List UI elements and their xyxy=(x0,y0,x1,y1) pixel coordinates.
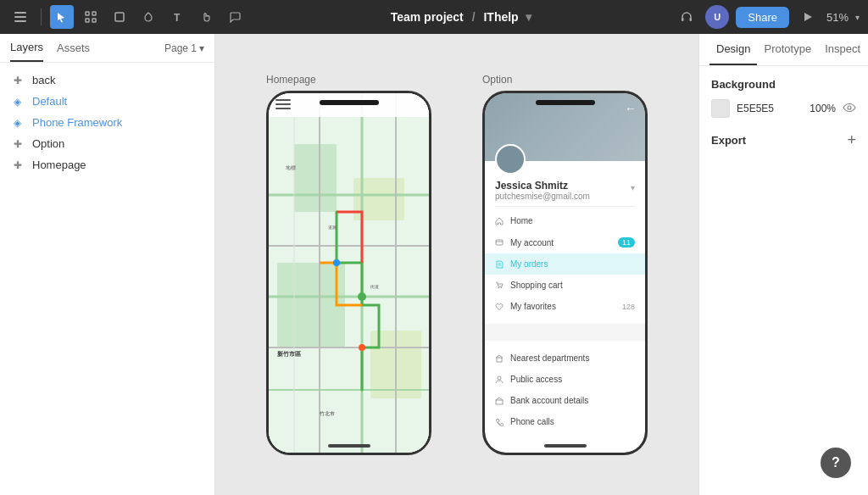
text-tool-icon[interactable]: T xyxy=(165,5,189,29)
svg-rect-13 xyxy=(294,144,337,212)
svg-point-28 xyxy=(359,344,365,351)
svg-rect-5 xyxy=(86,19,89,22)
svg-rect-1 xyxy=(14,16,26,18)
svg-point-43 xyxy=(848,106,851,109)
svg-text:街道: 街道 xyxy=(370,284,379,289)
favorites-icon xyxy=(495,303,504,311)
option-item-home[interactable]: Home xyxy=(485,210,645,231)
zoom-level[interactable]: 51% xyxy=(826,11,849,24)
export-add-button[interactable]: + xyxy=(847,131,856,149)
tab-inspect[interactable]: Inspect xyxy=(818,34,867,65)
account-icon xyxy=(495,238,504,247)
option-back-arrow[interactable]: ← xyxy=(625,102,637,115)
phone-option: ← Jessica Shmitz putchesmise@gmail.com ▾ xyxy=(482,91,648,455)
phone-notch-homepage xyxy=(320,100,379,105)
toolbar-right: U Share 51% ▾ xyxy=(675,5,860,29)
page-selector-chevron: ▾ xyxy=(199,42,204,54)
color-opacity-value[interactable]: 100% xyxy=(810,103,836,114)
phone-homepage: 地標 道路 街道 新竹市區 竹北市 xyxy=(266,91,431,455)
export-row: Export + xyxy=(711,131,856,149)
option-item-bank[interactable]: Bank account details xyxy=(485,390,645,411)
layer-item-homepage[interactable]: ✚ Homepage xyxy=(0,154,214,175)
option-item-home-label: Home xyxy=(510,216,533,225)
tab-layers[interactable]: Layers xyxy=(10,41,43,62)
zoom-dropdown-icon[interactable]: ▾ xyxy=(855,13,860,22)
svg-rect-42 xyxy=(496,400,503,404)
cross-icon-homepage: ✚ xyxy=(14,159,25,171)
option-user-dropdown-icon[interactable]: ▾ xyxy=(631,183,635,192)
shape-tool-icon[interactable] xyxy=(108,5,131,29)
option-item-departments[interactable]: Nearest departments xyxy=(485,348,645,369)
option-item-bank-label: Bank account details xyxy=(510,396,588,405)
option-menu: Home My account 11 My orders xyxy=(485,207,645,320)
hand-tool-icon[interactable] xyxy=(194,5,218,29)
menu-line-1 xyxy=(275,99,291,101)
comment-tool-icon[interactable] xyxy=(223,5,247,29)
right-panel-tabs: Design Prototype Inspect xyxy=(699,34,868,66)
svg-text:竹北市: 竹北市 xyxy=(320,410,335,416)
toolbar-divider-1 xyxy=(41,8,42,25)
pen-tool-icon[interactable] xyxy=(136,5,160,29)
export-label: Export xyxy=(711,134,746,147)
right-panel-bottom: ? xyxy=(699,292,868,495)
phone-home-bar-homepage xyxy=(328,444,370,448)
help-button[interactable]: ? xyxy=(821,448,851,478)
layer-label-back: back xyxy=(32,74,55,86)
play-icon[interactable] xyxy=(796,5,820,29)
public-icon xyxy=(495,375,504,384)
tab-assets[interactable]: Assets xyxy=(57,42,90,61)
option-item-cart[interactable]: Shopping cart xyxy=(485,275,645,296)
headphone-icon[interactable] xyxy=(675,5,698,29)
svg-rect-2 xyxy=(14,20,26,22)
page-selector-label: Page 1 xyxy=(164,42,197,54)
dropdown-icon[interactable]: ▾ xyxy=(526,10,531,24)
layer-item-back[interactable]: ✚ back xyxy=(0,70,214,91)
menu-line-3 xyxy=(275,108,291,109)
component-icon-phone-framework: ◈ xyxy=(14,117,25,129)
option-item-orders[interactable]: My orders xyxy=(485,253,645,275)
option-item-orders-label: My orders xyxy=(510,259,548,269)
map-background: 地標 道路 街道 新竹市區 竹北市 xyxy=(269,93,429,453)
orders-icon xyxy=(495,260,504,269)
layer-label-default: Default xyxy=(32,95,67,108)
background-color-row: E5E5E5 100% xyxy=(711,99,856,118)
user-avatar[interactable]: U xyxy=(705,5,729,29)
option-item-phone[interactable]: Phone calls xyxy=(485,411,645,432)
main-menu-icon[interactable] xyxy=(8,5,32,29)
frame-option: Option ← Jessica Shmitz putchesmise@gmai… xyxy=(482,74,648,455)
frame-homepage: Homepage xyxy=(266,74,431,455)
option-item-cart-label: Shopping cart xyxy=(510,281,563,290)
map-menu-button[interactable] xyxy=(275,99,291,111)
canvas: Homepage xyxy=(215,34,698,495)
layer-item-phone-framework[interactable]: ◈ Phone Framework xyxy=(0,112,214,133)
left-panel-tabs: Layers Assets Page 1 ▾ xyxy=(0,34,214,63)
cart-icon xyxy=(495,281,504,290)
layer-item-option[interactable]: ✚ Option xyxy=(0,133,214,154)
svg-rect-3 xyxy=(86,12,89,15)
visibility-toggle-icon[interactable] xyxy=(843,102,856,115)
svg-rect-7 xyxy=(115,13,124,21)
option-item-public[interactable]: Public access xyxy=(485,369,645,390)
tab-prototype[interactable]: Prototype xyxy=(757,34,818,65)
layer-item-default[interactable]: ◈ Default xyxy=(0,91,214,112)
phone-screen-homepage: 地標 道路 街道 新竹市區 竹北市 xyxy=(269,93,429,453)
color-hex-value[interactable]: E5E5E5 xyxy=(737,103,803,114)
svg-rect-15 xyxy=(277,263,345,348)
option-item-favorites[interactable]: My favorites 128 xyxy=(485,296,645,317)
select-tool-icon[interactable] xyxy=(50,5,74,29)
svg-rect-4 xyxy=(92,12,96,15)
page-selector[interactable]: Page 1 ▾ xyxy=(164,42,204,61)
file-name-text: IThelp xyxy=(483,10,518,24)
right-panel-content: Background E5E5E5 100% Export + xyxy=(699,66,868,292)
svg-point-26 xyxy=(333,259,340,266)
color-swatch[interactable] xyxy=(711,99,730,118)
option-item-account[interactable]: My account 11 xyxy=(485,231,645,253)
frame-tool-icon[interactable] xyxy=(79,5,103,29)
share-button[interactable]: Share xyxy=(736,7,789,28)
layers-list: ✚ back ◈ Default ◈ Phone Framework ✚ Opt… xyxy=(0,63,214,495)
main-layout: Layers Assets Page 1 ▾ ✚ back ◈ Default … xyxy=(0,34,868,495)
svg-text:T: T xyxy=(174,12,181,23)
option-item-phone-label: Phone calls xyxy=(510,417,554,426)
tab-design[interactable]: Design xyxy=(709,34,757,65)
option-user-info: Jessica Shmitz putchesmise@gmail.com ▾ xyxy=(485,161,645,206)
